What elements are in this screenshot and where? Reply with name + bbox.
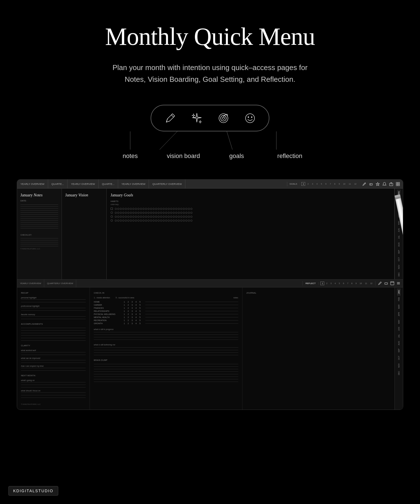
share-icon[interactable] xyxy=(389,182,393,186)
ref-num-5[interactable]: 5 xyxy=(338,282,341,285)
month-tab-nov[interactable]: NOV xyxy=(397,263,401,271)
bothering-line-1 xyxy=(94,347,238,348)
sidebar-months-top: JAN FEB MAR APR MAY JUN JUL AUG SEP OCT … xyxy=(395,189,403,279)
ref-num-10[interactable]: 10 xyxy=(359,282,363,285)
svg-rect-23 xyxy=(385,283,388,284)
note-line-8 xyxy=(20,218,58,219)
reflect-month-oct[interactable]: OCT xyxy=(397,354,401,362)
svg-point-6 xyxy=(246,114,255,123)
checkin-row-finances: FINANCES 1 2 3 4 5 xyxy=(94,307,238,309)
screenshot-section: YEARLY OVERVIEW QUARTE... YEARLY OVERVIE… xyxy=(0,174,420,432)
note-line-1 xyxy=(20,205,58,205)
reflect-month-mar[interactable]: MAR xyxy=(397,303,401,311)
goal-num-4[interactable]: 4 xyxy=(315,182,319,185)
goal-num-3[interactable]: 3 xyxy=(311,182,314,185)
tab-quarterly-2[interactable]: QUARTE... xyxy=(99,180,118,188)
check-line-4 xyxy=(20,244,58,244)
ref-num-1[interactable]: 1 xyxy=(320,282,324,285)
month-tab-mar[interactable]: MAR xyxy=(397,204,401,212)
tab-yearly-overview-3[interactable]: YEARLY OVERVIEW xyxy=(118,180,149,188)
ref-num-7[interactable]: 7 xyxy=(346,282,349,285)
brain-dump-line-8 xyxy=(94,382,238,382)
month-tab-jul[interactable]: JUL xyxy=(397,234,401,240)
ref-tab-yearly[interactable]: YEARLY OVERVIEW xyxy=(17,280,44,287)
pencil-tool-icon[interactable] xyxy=(362,182,367,186)
brand-label: KDIGITALSTUDIO xyxy=(8,486,58,496)
tab-quarterly-1[interactable]: QUARTE... xyxy=(48,180,68,188)
favorite-memory-line-1 xyxy=(21,316,86,317)
eraser-tool-icon[interactable] xyxy=(369,182,373,186)
goal-num-10[interactable]: 10 xyxy=(342,182,347,185)
brain-dump-line-3 xyxy=(94,369,238,369)
ref-num-6[interactable]: 6 xyxy=(342,282,345,285)
checkin-row-relationships: RELATIONSHIPS 1 2 3 4 5 xyxy=(94,310,238,312)
reflect-month-aug[interactable]: AUG xyxy=(397,339,401,347)
month-tab-jun[interactable]: JUN xyxy=(397,227,401,234)
ref-tab-reflect[interactable]: REFLECT xyxy=(303,282,319,285)
month-tab-may[interactable]: MAY xyxy=(397,219,401,227)
month-tab-feb[interactable]: FEB xyxy=(397,197,401,204)
svg-rect-22 xyxy=(398,184,400,186)
ref-num-4[interactable]: 4 xyxy=(333,282,337,285)
note-line-4 xyxy=(20,210,58,211)
reflect-month-dec[interactable]: DEC xyxy=(397,369,401,377)
reflect-month-jun[interactable]: JUN xyxy=(397,325,401,333)
ref-tab-quarterly[interactable]: QUARTERLY OVERVIEW xyxy=(44,280,76,287)
brain-dump-line-7 xyxy=(94,379,238,379)
ref-num-3[interactable]: 3 xyxy=(329,282,333,285)
pencil-reflect-icon[interactable] xyxy=(378,281,382,285)
header-section: Monthly Quick Menu Plan your month with … xyxy=(0,0,420,96)
month-tab-apr[interactable]: APR xyxy=(397,212,401,219)
goal-num-6[interactable]: 6 xyxy=(324,182,328,185)
tab-quarterly-overview[interactable]: QUARTERLY OVERVIEW xyxy=(149,180,185,188)
goal-num-9[interactable]: 9 xyxy=(338,182,341,185)
ref-num-12[interactable]: 12 xyxy=(369,282,374,285)
goal-num-5[interactable]: 5 xyxy=(320,182,323,185)
star-tool-icon[interactable] xyxy=(375,182,380,186)
favorite-memory-line-2 xyxy=(21,319,86,319)
goal-num-2[interactable]: 2 xyxy=(306,182,310,185)
goal-num-11[interactable]: 11 xyxy=(347,182,352,185)
what-improved-label: what can be improved xyxy=(21,357,86,359)
ref-num-8[interactable]: 8 xyxy=(350,282,354,285)
reflect-month-apr[interactable]: APR xyxy=(397,310,401,318)
grid-icon[interactable] xyxy=(396,182,400,186)
reflect-month-nov[interactable]: NOV xyxy=(397,362,401,369)
reflect-month-feb[interactable]: FEB xyxy=(397,296,401,303)
brain-dump-line-4 xyxy=(94,371,238,372)
checklist-label: CHECKLIST: xyxy=(20,234,58,236)
month-tab-oct[interactable]: OCT xyxy=(397,256,401,263)
month-tab-dec[interactable]: DEC xyxy=(397,271,401,278)
month-tab-jan[interactable]: JAN xyxy=(397,190,401,197)
bell-icon[interactable] xyxy=(382,182,387,186)
vision-board-icon[interactable] xyxy=(189,110,204,126)
accomp-line-5 xyxy=(21,338,86,338)
tab-yearly-overview-2[interactable]: YEARLY OVERVIEW xyxy=(67,180,99,188)
month-tab-sep[interactable]: SEP xyxy=(397,248,401,256)
reflect-month-jul[interactable]: JUL xyxy=(397,333,401,339)
brain-dump-line-5 xyxy=(94,374,238,374)
reflect-month-sep[interactable]: SEP xyxy=(397,347,401,354)
goals-icon[interactable] xyxy=(216,110,231,126)
reflect-month-may[interactable]: MAY xyxy=(397,318,401,326)
goal-num-12[interactable]: 12 xyxy=(353,182,358,185)
notes-icon[interactable] xyxy=(162,110,178,126)
ref-num-11[interactable]: 11 xyxy=(364,282,368,285)
tab-yearly-overview-1[interactable]: YEARLY OVERVIEW xyxy=(17,180,48,188)
window-icon[interactable] xyxy=(390,281,395,285)
ref-num-9[interactable]: 9 xyxy=(354,282,358,285)
goal-num-8[interactable]: 8 xyxy=(333,182,337,185)
reflection-icon[interactable] xyxy=(242,110,258,126)
goal-num-7[interactable]: 7 xyxy=(329,182,332,185)
ref-num-2[interactable]: 2 xyxy=(325,282,328,285)
eraser-reflect-icon[interactable] xyxy=(384,281,388,285)
goal-num-1[interactable]: 1 xyxy=(301,182,305,186)
accomp-line-6 xyxy=(21,340,86,341)
goals-number-tabs: 1 2 3 4 5 6 7 8 9 10 11 12 xyxy=(300,182,359,186)
what-improved-line-1 xyxy=(21,360,86,360)
brain-dump-line-2 xyxy=(94,366,238,367)
reflect-month-jan[interactable]: JAN xyxy=(397,289,401,296)
menu-icon[interactable] xyxy=(396,281,401,285)
svg-rect-19 xyxy=(396,182,398,184)
month-tab-aug[interactable]: AUG xyxy=(397,241,401,248)
